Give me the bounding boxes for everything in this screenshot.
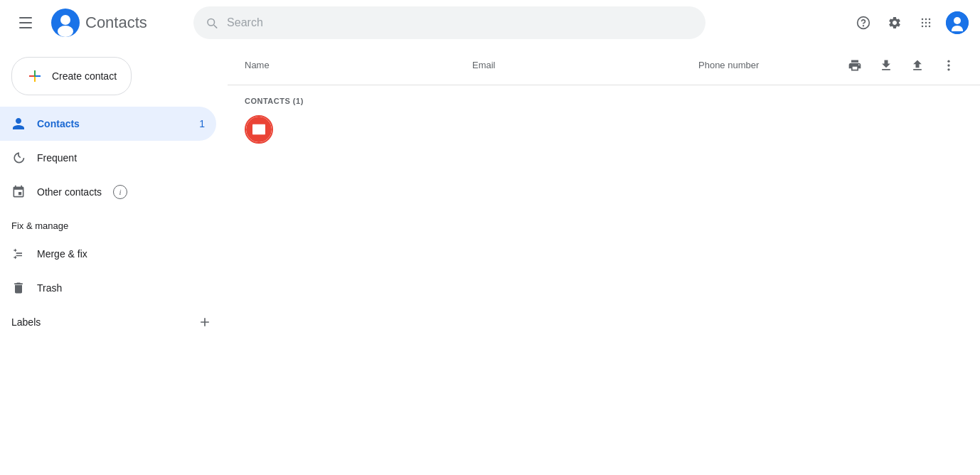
frequent-nav-label: Frequent (37, 152, 77, 164)
upload-icon (910, 58, 925, 73)
col-actions-header (841, 51, 963, 80)
main-layout: Create contact Contacts 1 Frequent (0, 46, 980, 475)
create-contact-button[interactable]: Create contact (11, 57, 132, 95)
contacts-logo-icon (51, 9, 80, 37)
svg-point-1 (60, 15, 70, 25)
col-name-header: Name (245, 60, 472, 70)
settings-button[interactable] (880, 9, 909, 37)
merge-nav-label: Merge & fix (37, 248, 87, 260)
add-label-icon (198, 315, 212, 329)
contact-avatar-area (245, 115, 273, 144)
svg-point-2 (58, 26, 73, 37)
print-icon (848, 58, 862, 73)
search-icon (205, 16, 218, 30)
svg-rect-17 (29, 75, 34, 77)
content-header: Name Email Phone number (228, 46, 980, 85)
trash-nav-label: Trash (37, 282, 62, 294)
search-input[interactable] (227, 16, 694, 29)
menu-button[interactable] (11, 9, 40, 37)
person-icon (11, 117, 26, 131)
svg-rect-18 (36, 75, 41, 77)
contacts-section-label: CONTACTS (1) (228, 85, 980, 111)
sidebar-item-merge[interactable]: Merge & fix (0, 237, 216, 271)
frequent-icon (11, 151, 26, 165)
sidebar-item-other-contacts[interactable]: Other contacts i (0, 175, 216, 209)
more-options-button[interactable] (934, 51, 963, 80)
svg-point-9 (925, 22, 927, 24)
search-bar[interactable] (193, 6, 705, 39)
merge-icon (11, 247, 26, 261)
col-email-header: Email (472, 60, 698, 70)
plus-icon (26, 68, 43, 85)
download-button[interactable] (872, 51, 900, 80)
apps-button[interactable] (912, 9, 940, 37)
grid-icon (919, 16, 933, 30)
trash-icon (11, 281, 26, 295)
sidebar: Create contact Contacts 1 Frequent (0, 46, 228, 475)
other-contacts-info-icon: i (113, 185, 127, 199)
svg-point-22 (947, 68, 949, 70)
logo-area: Contacts (46, 9, 188, 37)
fix-manage-label: Fix & manage (0, 209, 228, 237)
svg-point-4 (863, 26, 864, 26)
create-contact-label: Create contact (52, 70, 117, 82)
help-icon (856, 16, 870, 30)
sidebar-item-frequent[interactable]: Frequent (0, 141, 216, 175)
app-container: Contacts (0, 0, 980, 475)
app-title: Contacts (85, 14, 147, 32)
svg-rect-19 (34, 77, 36, 82)
svg-point-21 (947, 64, 949, 66)
help-button[interactable] (849, 9, 878, 37)
sidebar-item-contacts[interactable]: Contacts 1 (0, 107, 216, 141)
svg-point-11 (922, 26, 924, 28)
svg-point-12 (925, 26, 927, 28)
svg-point-5 (922, 18, 924, 21)
contact-avatar (245, 115, 273, 144)
svg-point-13 (929, 26, 931, 28)
contacts-nav-label: Contacts (37, 118, 80, 129)
sidebar-item-trash[interactable]: Trash (0, 271, 216, 305)
svg-point-10 (929, 22, 931, 24)
upload-button[interactable] (903, 51, 932, 80)
col-phone-header: Phone number (698, 60, 841, 70)
header: Contacts (0, 0, 980, 46)
labels-title: Labels (11, 316, 193, 328)
svg-rect-24 (252, 124, 265, 134)
gear-icon (888, 16, 902, 30)
print-button[interactable] (841, 51, 869, 80)
svg-point-6 (925, 18, 927, 21)
content-area: Name Email Phone number (228, 46, 980, 475)
more-vert-icon (942, 58, 956, 73)
header-actions (849, 9, 969, 37)
svg-point-8 (922, 22, 924, 24)
svg-point-20 (947, 60, 949, 62)
table-row[interactable] (228, 111, 980, 148)
other-contacts-nav-label: Other contacts (37, 186, 102, 198)
avatar-icon (946, 11, 969, 34)
hamburger-icon (19, 17, 32, 28)
svg-point-15 (954, 17, 961, 24)
avatar[interactable] (946, 11, 969, 34)
download-icon (879, 58, 893, 73)
other-icon (11, 185, 26, 199)
svg-point-7 (929, 18, 931, 21)
contacts-nav-badge: 1 (199, 118, 205, 129)
add-label-button[interactable] (193, 311, 216, 333)
labels-header: Labels (0, 305, 228, 339)
